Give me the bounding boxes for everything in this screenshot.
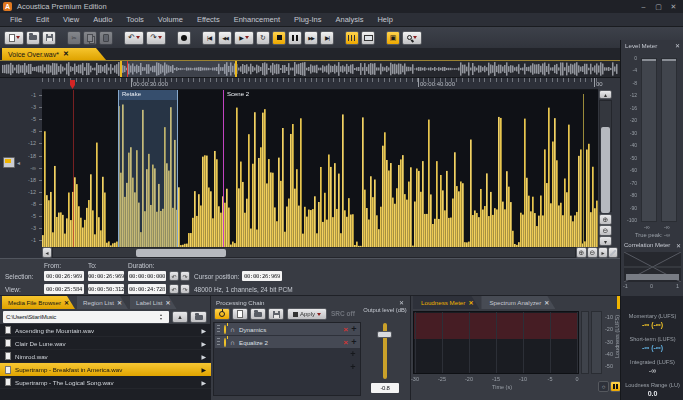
file-row[interactable]: Supertramp - The Logical Song.wav▶ [0,376,211,389]
region-retake[interactable]: Retake [118,90,178,247]
menu-help[interactable]: Help [370,13,399,27]
zoom-in-vertical-button[interactable]: ⊕ [599,214,612,225]
menu-view[interactable]: View [56,13,86,27]
tab-media-file-browser[interactable]: Media File Browser✕ [2,296,75,309]
waveform-editor[interactable]: Retake Scene 2 [42,90,598,247]
tab-close-icon[interactable]: ✕ [468,299,473,306]
rewind-button[interactable]: ◀◀ [218,31,232,45]
overview-view-window[interactable] [120,61,237,77]
tab-loudness-meter[interactable]: Loudness Meter✕ [413,296,479,309]
insert-effect-icon[interactable]: + [348,324,360,334]
scroll-up-button[interactable]: ▴ [599,90,612,99]
file-play-icon[interactable]: ▶ [201,340,206,347]
cursor-position-field[interactable]: 00:00:26:969 [242,271,282,281]
menu-edit[interactable]: Edit [29,13,56,27]
file-row[interactable]: Nimrod.wav▶ [0,350,211,363]
tab-label-list[interactable]: Label List✕ [130,296,177,309]
record-button[interactable] [177,31,191,45]
file-row[interactable]: Clair De Lune.wav▶ [0,337,211,350]
maximize-button[interactable]: ▢ [651,0,666,13]
time-display-button[interactable] [361,31,375,45]
drag-handle-icon[interactable] [217,338,220,347]
headphones-icon[interactable]: ∩ [230,326,235,333]
pause-button[interactable] [288,31,302,45]
tab-close-icon[interactable]: ✕ [166,299,171,306]
selection-from-field[interactable]: 00:00:26:969 [44,271,84,281]
minimize-button[interactable]: – [636,0,651,13]
undo-button[interactable]: ↶ [124,31,144,45]
selection-undo-button[interactable]: ↶ [169,271,179,281]
play-button[interactable]: ▶ [234,31,254,45]
view-undo-button[interactable]: ↶ [169,284,179,294]
vertical-scrollbar[interactable] [599,100,612,212]
stop-button[interactable] [272,31,286,45]
zoom-out-button[interactable]: ⊖ [587,247,598,258]
insert-effect-icon[interactable]: + [348,337,360,347]
browse-folder-button[interactable] [190,311,207,323]
menu-tools[interactable]: Tools [119,13,151,27]
scroll-right-button[interactable]: ▸ [598,247,608,258]
cut-button[interactable]: ✂ [67,31,81,45]
file-play-icon[interactable]: ▶ [201,379,206,386]
view-to-field[interactable]: 00:00:50:312 [88,284,124,294]
timeline-ruler[interactable]: 00:00:30.00000:00:40.00000 [42,78,598,90]
overview-waveform[interactable] [0,60,620,78]
effect-power-icon[interactable] [224,326,226,333]
chain-bypass-button[interactable] [214,308,230,320]
menu-plugins[interactable]: Plug-Ins [287,13,329,27]
horizontal-scrollbar-handle[interactable] [136,249,226,257]
selection-duration-field[interactable]: 00:00:00:000 [128,271,166,281]
document-tab[interactable]: Voice Over.wav* ✕ [2,48,106,60]
scroll-left-button[interactable]: ◂ [42,247,52,258]
menu-analysis[interactable]: Analysis [329,13,371,27]
view-from-field[interactable]: 00:00:25:584 [44,284,84,294]
path-combobox[interactable]: C:\Users\Stian\Music [3,311,169,323]
selection-redo-button[interactable]: ↷ [180,271,190,281]
file-row[interactable]: Supertramp - Breakfast in America.wav▶ [0,363,211,376]
add-effect-button[interactable]: + [347,362,359,372]
view-redo-button[interactable]: ↷ [180,284,190,294]
combo-spinner-icon[interactable]: ▴▾ [160,313,162,321]
processing-chain-close-icon[interactable]: ✕ [399,299,404,306]
redo-button[interactable]: ↷ [146,31,166,45]
file-play-icon[interactable]: ▶ [201,366,206,373]
tab-region-list[interactable]: Region List✕ [77,296,128,309]
tab-close-icon[interactable]: ✕ [64,299,69,306]
cursor-marker-icon[interactable] [70,80,75,89]
effect-power-icon[interactable] [224,339,226,346]
menu-audio[interactable]: Audio [86,13,119,27]
close-button[interactable]: ✕ [666,0,681,13]
menu-volume[interactable]: Volume [151,13,190,27]
effect-row[interactable]: ∩Equalize 2×+ [215,336,360,349]
zoom-tool-button[interactable] [402,31,422,45]
add-effect-button[interactable]: + [347,349,359,359]
menu-file[interactable]: File [3,13,29,27]
drag-handle-icon[interactable] [217,325,220,334]
open-file-button[interactable] [26,31,40,45]
loop-playback-button[interactable]: ↻ [256,31,270,45]
apply-button[interactable]: Apply [287,308,327,320]
loop-selection-button[interactable]: ▣ [386,31,400,45]
file-play-icon[interactable]: ▶ [201,327,206,334]
file-row[interactable]: Ascending the Mountain.wav▶ [0,324,211,337]
zoom-settings-button[interactable] [608,247,618,258]
fast-forward-button[interactable]: ▶▶ [304,31,318,45]
follow-playhead-button[interactable] [345,31,359,45]
menu-effects[interactable]: Effects [190,13,227,27]
output-level-value[interactable]: -0.8 [371,383,399,393]
chain-open-button[interactable] [250,308,266,320]
headphones-icon[interactable]: ∩ [230,339,235,346]
tab-close-icon[interactable]: ✕ [544,299,549,306]
menu-enhancement[interactable]: Enhancement [227,13,287,27]
correlation-meter-close-icon[interactable]: ✕ [676,242,681,249]
chain-save-button[interactable] [268,308,284,320]
output-level-slider-handle[interactable] [377,331,392,338]
level-meter-close-icon[interactable]: ✕ [675,42,680,49]
tab-close-icon[interactable]: ✕ [117,299,122,306]
zoom-vertical-menu-button[interactable]: ▾ [599,236,612,246]
vertical-scrollbar-handle[interactable] [601,127,610,213]
view-duration-field[interactable]: 00:00:24:728 [128,284,166,294]
document-tab-close-icon[interactable]: ✕ [63,50,69,58]
chain-new-button[interactable] [232,308,248,320]
copy-button[interactable] [83,31,97,45]
